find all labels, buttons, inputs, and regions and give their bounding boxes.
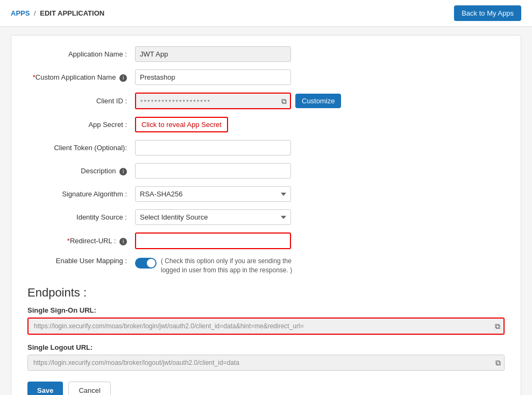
app-secret-label: App Secret : (27, 121, 135, 129)
description-info-icon[interactable]: i (119, 168, 127, 175)
enable-user-mapping-row: Enable User Mapping : ( Check this optio… (27, 257, 505, 275)
sso-url-label: Single Sign-On URL: (27, 306, 505, 314)
breadcrumb: APPS / EDIT APPLICATION (11, 9, 104, 17)
description-label: Description i (27, 167, 135, 175)
signature-algorithm-label: Signature Algorithm : (27, 190, 135, 198)
app-secret-row: App Secret : Click to reveal App Secret (27, 117, 505, 132)
redirect-url-wrap (135, 232, 291, 249)
description-row: Description i (27, 163, 505, 179)
client-id-input-wrap: ⧉ (135, 93, 291, 109)
application-name-input[interactable] (135, 46, 291, 62)
slo-copy-icon: ⧉ (495, 358, 501, 366)
action-buttons: Save Cancel (27, 382, 505, 395)
enable-user-mapping-note: ( Check this option only if you are send… (161, 257, 311, 275)
sso-url-copy-button[interactable]: ⧉ (495, 321, 500, 330)
identity-source-label: Identity Source : (27, 213, 135, 221)
redirect-url-info-icon[interactable]: i (119, 238, 127, 245)
signature-algorithm-row: Signature Algorithm : RSA-SHA256 HS256 R… (27, 186, 505, 202)
back-to-my-apps-button[interactable]: Back to My Apps (454, 5, 521, 21)
client-id-copy-button[interactable]: ⧉ (280, 95, 288, 107)
top-bar: APPS / EDIT APPLICATION Back to My Apps (0, 0, 532, 27)
client-token-label: Client Token (Optional): (27, 144, 135, 152)
custom-application-name-info-icon[interactable]: i (119, 74, 127, 82)
toggle-wrap: ( Check this option only if you are send… (135, 257, 311, 275)
enable-user-mapping-toggle[interactable] (135, 258, 157, 269)
application-name-label: Application Name : (27, 50, 135, 58)
identity-source-select[interactable]: Select Identity Source (135, 209, 291, 225)
save-button[interactable]: Save (27, 382, 63, 395)
redirect-url-row: *Redirect-URL : i (27, 232, 505, 249)
custom-application-name-label: *Custom Application Name i (27, 73, 135, 82)
custom-application-name-input[interactable] (135, 69, 291, 85)
description-input[interactable] (135, 163, 291, 179)
breadcrumb-separator: / (34, 9, 36, 17)
toggle-slider (135, 258, 157, 269)
client-id-input[interactable] (136, 94, 290, 108)
slo-url-label: Single Logout URL: (27, 343, 505, 351)
sso-url-wrap: ⧉ (27, 318, 505, 335)
signature-algorithm-select[interactable]: RSA-SHA256 HS256 RS256 (135, 186, 291, 202)
custom-application-name-row: *Custom Application Name i (27, 69, 505, 85)
sso-copy-icon: ⧉ (495, 321, 500, 330)
cancel-button[interactable]: Cancel (68, 382, 110, 395)
client-id-label: Client ID : (27, 97, 135, 105)
slo-url-wrap: ⧉ (27, 355, 505, 371)
breadcrumb-current: EDIT APPLICATION (40, 9, 104, 17)
reveal-app-secret-link[interactable]: Click to reveal App Secret (135, 117, 228, 132)
breadcrumb-apps[interactable]: APPS (11, 9, 30, 17)
client-id-row: Client ID : ⧉ Customize (27, 93, 505, 109)
enable-user-mapping-label: Enable User Mapping : (27, 257, 135, 265)
client-token-input[interactable] (135, 140, 291, 156)
client-token-row: Client Token (Optional): (27, 140, 505, 156)
main-content: Application Name : *Custom Application N… (11, 35, 521, 395)
sso-url-input[interactable] (29, 319, 503, 334)
endpoints-section-title: Endpoints : (27, 286, 505, 300)
application-name-row: Application Name : (27, 46, 505, 62)
redirect-url-label: *Redirect-URL : i (27, 237, 135, 245)
copy-icon: ⧉ (281, 96, 287, 105)
client-id-wrapper: ⧉ Customize (135, 93, 341, 109)
redirect-url-input[interactable] (136, 234, 290, 248)
slo-url-input[interactable] (28, 355, 504, 370)
slo-url-copy-button[interactable]: ⧉ (495, 358, 501, 367)
customize-button[interactable]: Customize (295, 94, 341, 108)
identity-source-row: Identity Source : Select Identity Source (27, 209, 505, 225)
